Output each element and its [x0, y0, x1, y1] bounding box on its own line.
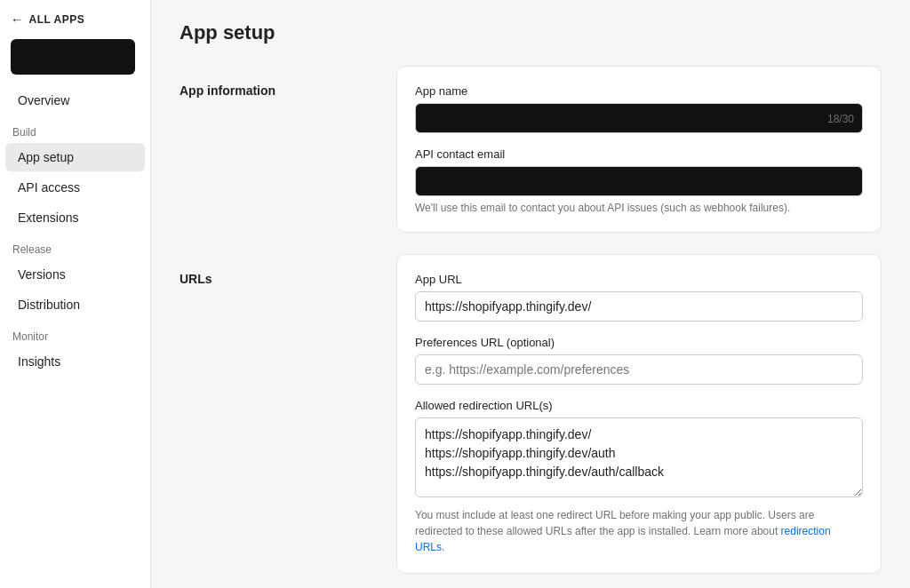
sidebar: ← ALL APPS Overview Build App setup API …	[0, 0, 151, 588]
main-content: App setup App information App name 18/30…	[151, 0, 910, 588]
app-name-input-wrapper: 18/30	[415, 103, 863, 133]
sidebar-nav-item-insights[interactable]: Insights	[5, 347, 145, 376]
preferences-url-label: Preferences URL (optional)	[415, 336, 863, 349]
preferences-url-group: Preferences URL (optional)	[415, 336, 863, 385]
api-contact-email-label: API contact email	[415, 147, 863, 161]
api-contact-email-group: API contact email We'll use this email t…	[415, 147, 863, 214]
app-name-group: App name 18/30	[415, 84, 863, 133]
sidebar-nav-item-overview[interactable]: Overview	[5, 86, 145, 115]
redirection-urls-group: Allowed redirection URL(s) https://shopi…	[415, 399, 863, 555]
page-title: App setup	[180, 21, 882, 44]
back-arrow-icon: ←	[11, 12, 24, 27]
app-name-label: App name	[415, 84, 863, 98]
preferences-url-input[interactable]	[415, 354, 863, 385]
api-contact-help-text: We'll use this email to contact you abou…	[415, 202, 863, 214]
back-label: ALL APPS	[29, 13, 85, 26]
api-contact-email-input[interactable]	[415, 166, 863, 196]
sidebar-nav-item-distribution[interactable]: Distribution	[5, 290, 145, 319]
redirection-note: You must include at least one redirect U…	[415, 507, 863, 555]
app-url-group: App URL	[415, 273, 863, 322]
redirection-urls-label: Allowed redirection URL(s)	[415, 399, 863, 412]
app-logo	[11, 39, 135, 75]
redirection-urls-textarea[interactable]: https://shopifyapp.thingify.dev/ https:/…	[415, 417, 863, 497]
app-url-label: App URL	[415, 273, 863, 286]
app-information-label: App information	[180, 66, 375, 233]
sidebar-section-release: Release	[0, 233, 150, 259]
sidebar-nav-item-versions[interactable]: Versions	[5, 260, 145, 289]
sidebar-section-build: Build	[0, 115, 150, 142]
app-information-section: App information App name 18/30 API conta…	[180, 66, 882, 233]
urls-card: App URL Preferences URL (optional) Allow…	[396, 254, 882, 574]
urls-section-label: URLs	[180, 254, 375, 574]
app-url-input[interactable]	[415, 291, 863, 322]
sidebar-nav-item-api-access[interactable]: API access	[5, 173, 145, 202]
app-name-counter: 18/30	[827, 113, 854, 125]
sidebar-nav-item-extensions[interactable]: Extensions	[5, 203, 145, 232]
all-apps-back-button[interactable]: ← ALL APPS	[0, 0, 150, 36]
app-name-input[interactable]	[415, 103, 863, 133]
sidebar-section-monitor: Monitor	[0, 320, 150, 346]
app-information-card: App name 18/30 API contact email We'll u…	[396, 66, 882, 233]
sidebar-nav-item-app-setup[interactable]: App setup	[5, 143, 145, 171]
urls-section: URLs App URL Preferences URL (optional) …	[180, 254, 882, 574]
